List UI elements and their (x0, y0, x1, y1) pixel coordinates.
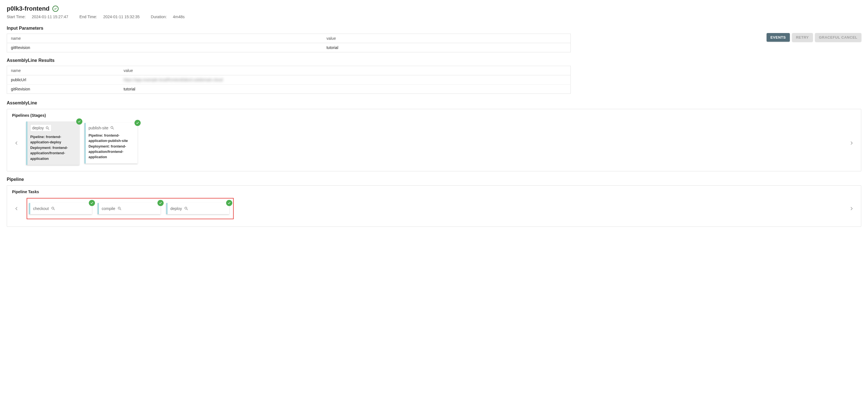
input-parameters-table: name value gitRevision tutorial (7, 34, 571, 52)
check-icon (134, 120, 141, 126)
result-name: publicUrl (7, 75, 120, 85)
stage-deployment-label: Deployment: (30, 146, 52, 150)
svg-line-9 (187, 209, 188, 210)
svg-point-2 (111, 127, 113, 129)
param-value: tutorial (322, 43, 570, 52)
param-name: gitRevision (7, 43, 323, 52)
pipeline-tasks-title: Pipeline Tasks (12, 190, 856, 194)
results-heading: AssemblyLine Results (7, 58, 571, 63)
stage-card-deploy[interactable]: deploy Pipeline: frontend-application-de… (26, 122, 79, 165)
svg-line-1 (48, 129, 49, 130)
run-meta: Start Time: 2024-01-11 15:27:47 End Time… (7, 14, 861, 19)
svg-point-4 (52, 207, 54, 209)
tasks-next-button[interactable] (847, 204, 856, 213)
search-icon[interactable] (51, 206, 55, 210)
duration-value: 4m48s (173, 14, 185, 19)
svg-line-7 (120, 209, 121, 210)
table-header-value: value (322, 34, 570, 43)
stage-deployment-label: Deployment: (89, 144, 110, 148)
page-title: p0lk3-frontend (7, 5, 50, 12)
end-time-label: End Time: (79, 14, 97, 19)
stage-name: deploy (32, 126, 44, 130)
table-header-name: name (7, 34, 323, 43)
stages-prev-button[interactable] (12, 139, 21, 147)
task-card-deploy[interactable]: deploy (166, 203, 229, 214)
events-button[interactable]: EVENTS (767, 33, 790, 42)
status-success-icon (52, 6, 59, 12)
tasks-highlight-box: checkout compile deploy (27, 198, 234, 219)
search-icon[interactable] (110, 126, 114, 130)
stage-card-publish-site[interactable]: publish-site Pipeline: frontend-applicat… (84, 123, 137, 164)
check-icon (89, 200, 95, 206)
pipeline-heading: Pipeline (7, 177, 861, 182)
search-icon[interactable] (184, 206, 188, 210)
result-name: gitRevision (7, 85, 120, 94)
assemblyline-heading: AssemblyLine (7, 100, 861, 105)
search-icon[interactable] (45, 126, 50, 130)
start-time-value: 2024-01-11 15:27:47 (32, 14, 68, 19)
check-icon (226, 200, 232, 206)
table-row: gitRevision tutorial (7, 43, 571, 52)
check-icon (76, 119, 82, 125)
task-card-checkout[interactable]: checkout (29, 203, 92, 214)
svg-point-0 (46, 127, 49, 129)
task-name: deploy (170, 206, 182, 211)
pipelines-panel-title: Pipelines (Stages) (12, 113, 856, 118)
stage-name: publish-site (89, 126, 108, 130)
task-name: checkout (33, 206, 49, 211)
graceful-cancel-button[interactable]: GRACEFUL CANCEL (815, 33, 861, 42)
search-icon[interactable] (117, 206, 122, 210)
stage-pipeline-label: Pipeline: (30, 135, 45, 139)
task-name: compile (102, 206, 115, 211)
svg-point-6 (118, 207, 121, 209)
svg-line-5 (54, 209, 55, 210)
pipelines-panel: Pipelines (Stages) deploy Pipeline: fron… (7, 109, 861, 171)
duration-label: Duration: (151, 14, 167, 19)
stages-next-button[interactable] (847, 139, 856, 147)
input-parameters-heading: Input Parameters (7, 26, 571, 31)
tasks-prev-button[interactable] (12, 204, 21, 213)
svg-line-3 (113, 129, 114, 130)
retry-button[interactable]: RETRY (792, 33, 813, 42)
table-header-value: value (120, 66, 571, 75)
result-value: tutorial (120, 85, 571, 94)
table-row: publicUrl https://app.example.local/fron… (7, 75, 571, 85)
svg-point-8 (185, 207, 187, 209)
result-value: https://app.example.local/frontend/abcd.… (120, 75, 571, 85)
table-row: gitRevision tutorial (7, 85, 571, 94)
pipeline-tasks-panel: Pipeline Tasks checkout compile (7, 185, 861, 227)
end-time-value: 2024-01-11 15:32:35 (103, 14, 140, 19)
results-table: name value publicUrl https://app.example… (7, 66, 571, 94)
task-card-compile[interactable]: compile (97, 203, 160, 214)
stage-pipeline-label: Pipeline: (89, 134, 103, 137)
check-icon (157, 200, 164, 206)
table-header-name: name (7, 66, 120, 75)
start-time-label: Start Time: (7, 14, 26, 19)
